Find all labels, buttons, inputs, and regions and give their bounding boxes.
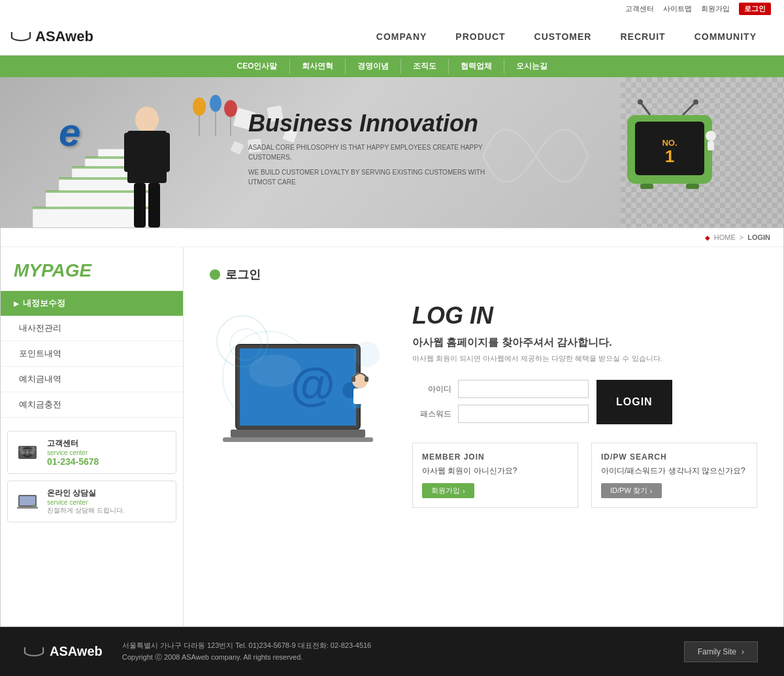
main-content: MYPAGE 내정보수정 내사전관리 포인트내역 예치금내역 예치금충전 (1, 247, 783, 626)
hero-content: Business Innovation ASADAL CORE PHILOSOP… (248, 110, 497, 187)
login-section-title: 로그인 (210, 267, 757, 282)
join-section: MEMBER JOIN 아사웹 회원이 아니신가요? 회원가입 › ID/PW … (412, 443, 757, 508)
service-center-title: 고객센터 (47, 438, 169, 449)
nav-product[interactable]: PRODUCT (441, 18, 519, 56)
svg-text:@: @ (291, 359, 335, 410)
family-site-button[interactable]: Family Site › (684, 641, 758, 662)
hero-title: Business Innovation (248, 110, 497, 137)
service-info-1: 고객센터 service center 01-234-5678 (47, 438, 169, 467)
sidebar-item-4[interactable]: 예치금충전 (1, 392, 183, 418)
footer-logo-text: ASAweb (50, 644, 103, 659)
svg-rect-14 (158, 133, 170, 172)
main-nav: COMPANY PRODUCT CUSTOMER RECRUIT COMMUNI… (144, 18, 771, 56)
svg-rect-15 (134, 183, 146, 228)
form-fields-left: 아이디 패스워드 (412, 380, 589, 430)
online-center-title: 온라인 상담실 (47, 488, 169, 499)
online-center-label: service center (47, 499, 169, 506)
svg-line-30 (683, 102, 696, 115)
login-welcome: 아사웹 홈페이지를 찾아주셔서 감사합니다. (412, 336, 757, 350)
login-main: @ (210, 302, 757, 508)
top-bar: 고객센터 사이트맵 회원가입 로그인 (0, 0, 784, 18)
idpw-search-button[interactable]: ID/PW 찾기 › (601, 483, 662, 498)
service-box-2[interactable]: 온라인 상담실 service center 친절하게 상담해 드립니다. (7, 481, 176, 522)
breadcrumb-home[interactable]: HOME (714, 233, 736, 241)
svg-rect-58 (231, 430, 365, 437)
svg-rect-61 (353, 388, 367, 404)
member-join-button[interactable]: 회원가입 › (422, 483, 474, 498)
pw-input[interactable] (458, 405, 589, 423)
svg-rect-13 (124, 133, 136, 172)
svg-rect-16 (148, 183, 160, 228)
sidebar-menu-active[interactable]: 내정보수정 (1, 291, 183, 316)
sidebar-item-2[interactable]: 포인트내역 (1, 341, 183, 367)
content-box: ◆ HOME > LOGIN MYPAGE 내정보수정 내사전관리 포인트내역 … (0, 228, 784, 627)
idpw-search-title: ID/PW SEARCH (601, 452, 747, 462)
idpw-search-box: ID/PW SEARCH 아이디/패스워드가 생각나지 않으신가요? ID/PW… (591, 443, 757, 508)
footer-logo-area: ASAweb (26, 644, 103, 659)
hero-subtitle-2: WE BUILD CUSTOMER LOYALTY BY SERVING EXI… (248, 167, 497, 187)
svg-point-17 (193, 97, 206, 116)
login-form: LOG IN 아사웹 홈페이지를 찾아주셔서 감사합니다. 아사웹 회원이 되시… (412, 302, 757, 508)
svg-point-48 (33, 504, 35, 507)
svg-rect-62 (351, 377, 355, 382)
svg-rect-36 (640, 184, 653, 189)
header: ASAweb COMPANY PRODUCT CUSTOMER RECRUIT … (0, 18, 784, 56)
circle-deco-2 (229, 328, 262, 361)
breadcrumb-current: LOGIN (747, 233, 770, 241)
pw-row: 패스워드 (412, 405, 589, 423)
svg-text:1: 1 (665, 146, 674, 166)
sidebar: MYPAGE 내정보수정 내사전관리 포인트내역 예치금내역 예치금충전 (1, 247, 184, 626)
svg-point-43 (26, 451, 29, 454)
footer-family-area: Family Site › (684, 641, 758, 662)
nav-customer[interactable]: CUSTOMER (520, 18, 606, 56)
nav-company[interactable]: COMPANY (362, 18, 442, 56)
login-dot (210, 269, 220, 280)
svg-point-31 (693, 99, 698, 105)
svg-rect-47 (17, 507, 38, 509)
nav-recruit[interactable]: RECRUIT (606, 18, 679, 56)
svg-rect-39 (708, 141, 714, 150)
laptop-icon (14, 488, 41, 515)
login-section-label: 로그인 (225, 267, 261, 282)
login-area: 로그인 (184, 247, 783, 626)
subnav-1[interactable]: CEO인사말 (225, 59, 289, 74)
id-row: 아이디 (412, 380, 589, 398)
id-label: 아이디 (412, 384, 451, 395)
subnav-2[interactable]: 회사연혁 (290, 59, 346, 74)
login-desc: 아사웹 회원이 되시면 아사웹에서 제공하는 다양한 혜택을 받으실 수 있습니… (412, 354, 757, 363)
member-join-box: MEMBER JOIN 아사웹 회원이 아니신가요? 회원가입 › (412, 443, 578, 508)
logo-arc-icon (10, 32, 31, 41)
service-box-1[interactable]: 고객센터 service center 01-234-5678 (7, 431, 176, 474)
online-center-desc: 친절하게 상담해 드립니다. (47, 506, 169, 515)
hero-banner: e B (0, 77, 784, 228)
topbar-link-2[interactable]: 사이트맵 (663, 4, 692, 14)
login-heading: LOG IN (412, 302, 757, 330)
subnav-4[interactable]: 조직도 (401, 59, 449, 74)
subnav-5[interactable]: 협력업체 (449, 59, 504, 74)
service-info-2: 온라인 상담실 service center 친절하게 상담해 드립니다. (47, 488, 169, 515)
login-illustration: @ (210, 302, 393, 498)
topbar-link-3[interactable]: 회원가입 (701, 4, 730, 14)
topbar-link-1[interactable]: 고객센터 (625, 4, 654, 14)
login-button[interactable]: LOGIN (596, 380, 672, 424)
family-site-label: Family Site (698, 647, 736, 656)
id-input[interactable] (458, 380, 589, 398)
hero-subtitle-1: ASADAL CORE PHILOSOPHY IS THAT HAPPY EMP… (248, 143, 497, 162)
member-join-title: MEMBER JOIN (422, 452, 568, 462)
hero-tv: NO. 1 (621, 97, 719, 188)
subnav-3[interactable]: 경영이념 (346, 59, 401, 74)
topbar-login-button[interactable]: 로그인 (739, 3, 771, 15)
sidebar-item-1[interactable]: 내사전관리 (1, 316, 183, 341)
sidebar-item-3[interactable]: 예치금내역 (1, 367, 183, 392)
family-site-arrow: › (742, 647, 744, 656)
footer: ASAweb 서울특별시 가나구 다라동 123번지 Tel. 01)234-5… (0, 627, 784, 676)
svg-point-38 (706, 131, 716, 141)
hero-person (114, 103, 180, 228)
nav-community[interactable]: COMMUNITY (680, 18, 771, 56)
svg-point-11 (135, 107, 159, 133)
subnav-6[interactable]: 오시는길 (504, 59, 559, 74)
idpw-search-desc: 아이디/패스워드가 생각나지 않으신가요? (601, 465, 747, 477)
main-wrapper: ◆ HOME > LOGIN MYPAGE 내정보수정 내사전관리 포인트내역 … (0, 228, 784, 627)
footer-info: 서울특별시 가나구 다라동 123번지 Tel. 01)234-5678-9 대… (103, 640, 684, 663)
logo-area: ASAweb (13, 28, 144, 45)
